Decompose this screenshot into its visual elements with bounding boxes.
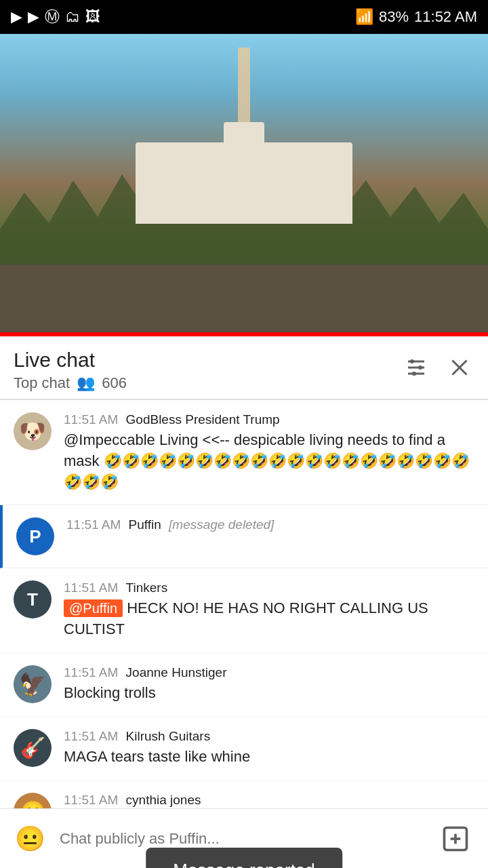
message-list: 🐶 11:51 AM GodBless President Trump @Imp… [0, 400, 488, 868]
mention-tag: @Puffin [64, 599, 123, 617]
message-username: Puffin [129, 517, 161, 532]
status-bar: ▶ ▶ Ⓜ 🗂 🖼 📶 83% 11:52 AM [0, 0, 488, 34]
message-text: @Impeccable Living <<-- despicable livin… [64, 430, 474, 492]
message-username: GodBless President Trump [126, 412, 280, 427]
chat-header: Live chat Top chat 👥 606 [0, 336, 488, 399]
close-button[interactable] [445, 353, 474, 382]
message-username: Joanne Hunstiger [126, 665, 227, 679]
top-chat-label[interactable]: Top chat [14, 374, 70, 392]
notification-icons: ▶ ▶ Ⓜ 🗂 🖼 [11, 7, 100, 27]
message-meta: 11:51 AM cynthia jones [64, 793, 474, 808]
chat-header-left: Live chat Top chat 👥 606 [14, 349, 127, 392]
message-content: 11:51 AM Puffin [message deleted] [66, 517, 474, 535]
status-right: 📶 83% 11:52 AM [355, 8, 477, 26]
avatar: 🐶 [14, 412, 52, 450]
message-time: 11:51 AM [64, 793, 118, 807]
message-text: Blocking trolls [64, 683, 474, 704]
time-display: 11:52 AM [414, 8, 477, 26]
message-time: 11:51 AM [64, 665, 118, 679]
message-content: 11:51 AM Joanne Hunstiger Blocking troll… [64, 665, 474, 704]
message-content: 11:51 AM Tinkers @Puffin HECK NO! HE HAS… [64, 580, 474, 640]
message-time: 11:51 AM [64, 729, 118, 743]
message-time: 11:51 AM [64, 580, 118, 595]
table-row: 🦅 11:51 AM Joanne Hunstiger Blocking tro… [0, 653, 488, 717]
deleted-label: [message deleted] [169, 517, 274, 532]
avatar: P [16, 517, 54, 555]
battery-text: 83% [379, 8, 409, 26]
message-text: @Puffin HECK NO! HE HAS NO RIGHT CALLING… [64, 598, 474, 640]
video-player[interactable] [0, 34, 488, 332]
message-meta: 11:51 AM GodBless President Trump [64, 412, 474, 427]
message-text: MAGA tears taste like whine [64, 747, 474, 768]
avatar: 🦅 [14, 665, 52, 703]
ground-decoration [0, 264, 488, 332]
message-time: 11:51 AM [66, 517, 121, 532]
headset-icon: Ⓜ [45, 7, 60, 27]
youtube-icon: ▶ [11, 8, 22, 26]
chat-subtitle: Top chat 👥 606 [14, 374, 127, 392]
message-username: cynthia jones [126, 793, 201, 807]
svg-point-5 [412, 372, 416, 376]
message-time: 11:51 AM [64, 412, 118, 427]
table-row: T 11:51 AM Tinkers @Puffin HECK NO! HE H… [0, 568, 488, 653]
avatar: 🎸 [14, 729, 52, 767]
viewer-count: 606 [102, 374, 127, 392]
message-username: Tinkers [126, 580, 168, 595]
folder-icon: 🗂 [65, 8, 80, 26]
message-meta: 11:51 AM Joanne Hunstiger [64, 665, 474, 680]
messages-container: 🐶 11:51 AM GodBless President Trump @Imp… [0, 400, 488, 868]
toast-message: Message reported [146, 848, 342, 868]
viewers-icon: 👥 [77, 374, 95, 392]
message-meta: 11:51 AM Kilrush Guitars [64, 729, 474, 744]
message-meta: 11:51 AM Puffin [message deleted] [66, 517, 474, 532]
photo-icon: 🖼 [85, 8, 100, 26]
table-row: 🐶 11:51 AM GodBless President Trump @Imp… [0, 400, 488, 505]
youtube2-icon: ▶ [28, 8, 39, 26]
message-content: 11:51 AM Kilrush Guitars MAGA tears tast… [64, 729, 474, 768]
table-row: 🎸 11:51 AM Kilrush Guitars MAGA tears ta… [0, 717, 488, 781]
avatar: T [14, 580, 52, 618]
message-content: 11:51 AM GodBless President Trump @Impec… [64, 412, 474, 492]
message-username: Kilrush Guitars [126, 729, 211, 743]
emoji-button[interactable]: 😐 [11, 820, 49, 858]
message-meta: 11:51 AM Tinkers [64, 580, 474, 595]
filter-button[interactable] [401, 353, 431, 382]
wifi-icon: 📶 [355, 8, 373, 26]
chat-title: Live chat [14, 349, 127, 372]
table-row: P 11:51 AM Puffin [message deleted] [0, 505, 488, 568]
svg-point-4 [418, 366, 422, 370]
send-button[interactable] [434, 820, 477, 858]
svg-point-3 [410, 359, 414, 363]
chat-header-icons [401, 349, 474, 382]
white-house-image [136, 142, 352, 224]
